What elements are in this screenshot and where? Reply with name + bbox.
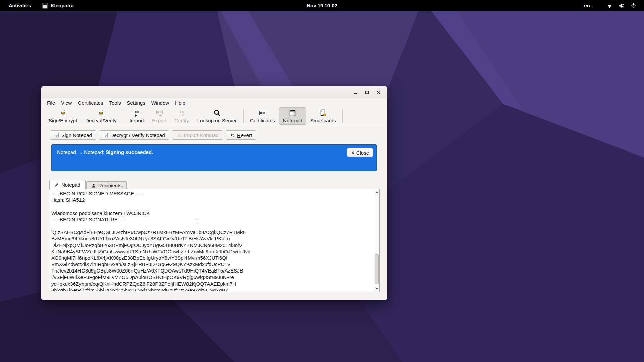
window-titlebar[interactable] <box>41 86 387 98</box>
toolbar-smartcards[interactable]: Smartcards <box>306 107 340 125</box>
toolbar-label: Export <box>152 118 166 123</box>
toolbar-certify: Certify <box>170 107 193 125</box>
notepad-line: K+Na9B4ySFWZuJUZiGmUwwwbR1SmN+UWTVOOnwhZ… <box>51 248 373 255</box>
vertical-scrollbar[interactable] <box>374 189 379 292</box>
sign-encrypt-icon <box>59 109 67 117</box>
import-mini-icon <box>176 133 182 138</box>
minimize-button[interactable] <box>352 88 360 96</box>
undo-icon <box>230 133 235 138</box>
sign-notepad-label: Sign Notepad <box>61 132 92 138</box>
toolbar-lookup-on-server[interactable]: Lookup on Server <box>193 107 241 125</box>
toolbar-label: Smartcards <box>310 118 336 123</box>
menu-file[interactable]: File <box>44 99 58 106</box>
notepad-line <box>51 203 373 209</box>
clock[interactable]: Nov 19 10:02 <box>303 0 341 11</box>
notepad-action-row: Sign Notepad Decrypt / Verify Notepad Im… <box>50 130 256 140</box>
notepad-line: Hash: SHA512 <box>51 197 373 203</box>
toolbar-sign-encrypt[interactable]: Sign/Encrypt <box>45 107 81 125</box>
banner-message: Notepad → Notepad: Signing succeeded. <box>57 149 153 155</box>
notepad-line: -----BEGIN PGP SIGNED MESSAGE----- <box>51 190 373 197</box>
menubar: File View Certificates Tools Settings Wi… <box>41 99 387 107</box>
banner-prefix: Notepad → Notepad: <box>57 149 106 155</box>
notepad-icon <box>288 109 297 117</box>
scroll-up-arrow[interactable] <box>374 190 379 195</box>
toolbar-label: Certify <box>174 118 189 123</box>
toolbar-import[interactable]: Import <box>125 107 148 125</box>
keyboard-layout-indicator[interactable]: en₁ <box>584 3 592 8</box>
tab-recipients-label: Recipients <box>98 183 122 188</box>
notepad-mini-icon <box>103 133 108 138</box>
notepad-line: ThJfev2b14HG3d9gGBpc8W00Z66nQqHz/A0XTQDO… <box>51 267 373 274</box>
certify-icon <box>177 109 186 117</box>
close-window-button[interactable] <box>374 88 382 96</box>
sign-notepad-button[interactable]: Sign Notepad <box>50 130 96 140</box>
notepad-editor[interactable]: -----BEGIN PGP SIGNED MESSAGE----- Hash:… <box>50 189 380 292</box>
notepad-line: Wiadomosc podpisana kluczem TWOJNICK <box>51 210 373 216</box>
toolbar-separator <box>342 109 343 123</box>
notepad-line: -----BEGIN PGP SIGNATURE----- <box>51 216 373 223</box>
scroll-down-arrow[interactable] <box>374 286 379 291</box>
notepad-line: iQIzBAEBCgAdFiEEreQSLJD4zhIP6CwpCz7RTMkE… <box>51 229 373 235</box>
import-notepad-button: Import Notepad <box>172 130 223 140</box>
banner-close-button[interactable]: × Close <box>347 148 373 157</box>
toolbar-separator <box>123 109 123 123</box>
volume-icon[interactable] <box>618 2 625 9</box>
menu-tools[interactable]: Tools <box>106 99 124 106</box>
result-banner: Notepad → Notepad: Signing succeeded. × … <box>51 144 377 171</box>
toolbar-export: Export <box>148 107 170 125</box>
notepad-line: DiZENjxpQMkJoPzqbB263DPmjFOgOCJyoYUgG5H8… <box>51 242 373 248</box>
toolbar-label: Sign/Encrypt <box>49 118 77 123</box>
notepad-line <box>51 223 373 229</box>
menu-help[interactable]: Help <box>172 99 189 106</box>
decrypt-verify-notepad-label: Decrypt / Verify Notepad <box>110 132 165 138</box>
activities-button[interactable]: Activities <box>3 0 37 11</box>
toolbar-label: Import <box>129 118 144 123</box>
maximize-button[interactable] <box>363 88 371 96</box>
toolbar-label: Notepad <box>283 118 302 123</box>
banner-status: Signing succeeded. <box>106 149 153 155</box>
kleopatra-app-icon <box>42 3 48 9</box>
notepad-line: XG0ngMI7H6npoKL6X4jXK98pzE38BpEbiIgUryoY… <box>51 255 373 261</box>
close-icon: × <box>351 150 354 155</box>
pencil-icon <box>54 183 59 187</box>
toolbar-certificates[interactable]: Certificates <box>246 107 279 125</box>
notepad-tabbar: Notepad Recipients <box>49 180 127 189</box>
tab-notepad[interactable]: Notepad <box>49 180 86 189</box>
toolbar-label: Decrypt/Verify <box>85 118 116 123</box>
revert-label: Revert <box>237 132 252 138</box>
decrypt-verify-icon <box>97 109 105 117</box>
toolbar: Sign/Encrypt Decrypt/Verify Import E <box>41 107 387 125</box>
menu-certificates[interactable]: Certificates <box>75 99 106 106</box>
toolbar-label: Certificates <box>250 118 275 123</box>
import-icon <box>132 109 141 117</box>
menu-view[interactable]: View <box>58 99 75 106</box>
revert-button[interactable]: Revert <box>226 130 256 140</box>
tab-notepad-label: Notepad <box>61 182 80 188</box>
toolbar-label: Lookup on Server <box>197 118 237 123</box>
power-icon[interactable] <box>630 2 637 9</box>
scrollbar-thumb[interactable] <box>375 254 379 284</box>
menu-window[interactable]: Window <box>148 99 172 106</box>
toolbar-separator <box>243 109 244 123</box>
search-icon <box>213 109 221 117</box>
notepad-line: VmXGlYdwct2ilX7irIIRqhHvxah/sLzBjERBFuD7… <box>51 261 373 267</box>
notepad-line: l/vSFjFuWIiXePJFgoFfM9LvMZO5DpA0ioBOBHOH… <box>51 274 373 280</box>
toolbar-decrypt-verify[interactable]: Decrypt/Verify <box>81 107 120 125</box>
person-icon <box>91 183 96 188</box>
notepad-line: 8hYgbZiAetRlCfdm56biJXSxdC5hIg1uS9j1Sbcm… <box>51 287 373 291</box>
app-menu-label: Kleopatra <box>51 3 74 8</box>
desktop: Activities Kleopatra Nov 19 10:02 en₁ <box>0 0 644 362</box>
notepad-mini-icon <box>54 133 59 138</box>
gnome-top-bar: Activities Kleopatra Nov 19 10:02 en₁ <box>0 0 644 11</box>
toolbar-notepad[interactable]: Notepad <box>279 107 306 125</box>
export-icon <box>155 109 164 117</box>
notepad-line: yq+pxux36Zyhpm/cq/QKnl+hdCRPZQdZ6iF28P3Z… <box>51 281 373 287</box>
wifi-icon[interactable] <box>606 2 613 9</box>
notepad-text: -----BEGIN PGP SIGNED MESSAGE----- Hash:… <box>51 190 373 291</box>
smartcards-icon <box>319 109 327 117</box>
app-menu[interactable]: Kleopatra <box>37 0 78 11</box>
decrypt-verify-notepad-button[interactable]: Decrypt / Verify Notepad <box>99 130 169 140</box>
import-notepad-label: Import Notepad <box>184 132 219 138</box>
menu-settings[interactable]: Settings <box>124 99 148 106</box>
tab-recipients[interactable]: Recipients <box>86 181 127 189</box>
